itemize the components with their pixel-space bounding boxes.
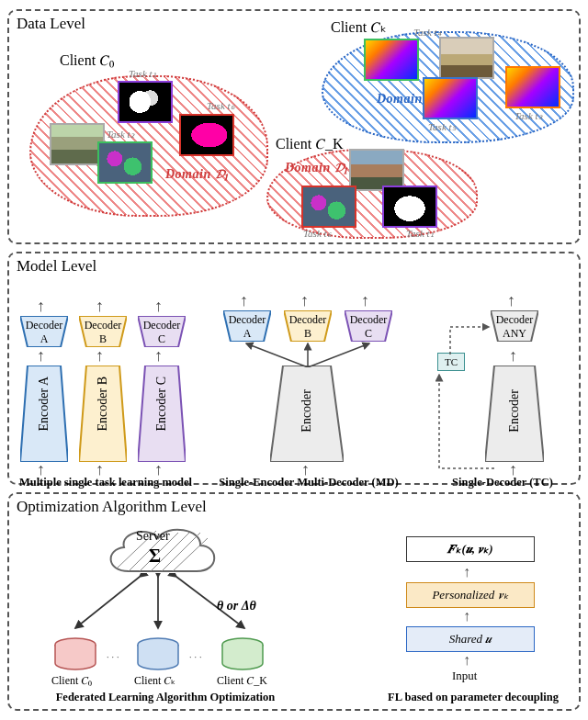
decoder-a-md-label: Decoder A [224, 313, 270, 341]
cylinder-ck [136, 637, 180, 672]
personalized-v-box: Personalized 𝒗ₖ [406, 582, 535, 608]
arrow-dec-any-out: ↑ [507, 292, 515, 309]
caption-opt-right: FL based on parameter decoupling [377, 691, 570, 704]
panel-title-model: Model Level [17, 257, 96, 276]
panel-data-level: Data Level Client 𝐶₀ Domain 𝓓₁ Task t₁ T… [7, 9, 581, 244]
cyl-ck-label: Client 𝐶ₖ [134, 674, 175, 688]
svg-line-7 [246, 343, 308, 367]
arrow-enc-b-mid: ↑ [96, 347, 104, 364]
thumb-ck-t5-depth [423, 77, 478, 119]
arrow-enc-a-mid: ↑ [37, 347, 45, 364]
task-label-t3: Task t₃ [514, 110, 542, 122]
arrow-dec-b-out: ↑ [96, 298, 104, 314]
input-label: Input [452, 669, 477, 683]
panel-title-data: Data Level [17, 15, 85, 33]
arrow-input-up: ↑ [463, 652, 470, 669]
caption-opt-left: Federated Learning Algorithm Optimizatio… [46, 691, 285, 704]
cylinder-cK [220, 637, 265, 672]
thumb-ck-input-room [439, 37, 494, 79]
encoder-c-label: Encoder C [154, 377, 169, 431]
svg-line-21 [75, 577, 140, 628]
arrow-shared-up: ↑ [463, 608, 470, 624]
caption-tc: Single-Decoder (TC) [434, 476, 571, 489]
decoder-any-label: Decoder ANY [492, 313, 537, 341]
dots-left: ··· [107, 652, 122, 662]
svg-line-9 [308, 343, 369, 367]
cyl-cK-label: Client 𝐶_K [217, 674, 267, 688]
task-label-t6: Task t₆ [207, 100, 234, 112]
fk-box: 𝑭ₖ(𝒖, 𝒗ₖ) [406, 536, 535, 562]
decoder-c-md-label: Decoder C [345, 313, 391, 341]
encoder-b-label: Encoder B [96, 377, 110, 431]
thumb-c0-t2-seg [97, 141, 153, 184]
arrow-enc-tc-mid: ↑ [509, 347, 517, 364]
server-label: Server [136, 529, 170, 544]
decoder-b-label: Decoder B [80, 319, 126, 346]
arrow-dec-c-md-out: ↑ [361, 292, 369, 309]
thumb-c0-input-a [50, 123, 105, 165]
arrow-dec-a-out: ↑ [37, 298, 45, 314]
panel-title-opt: Optimization Algorithm Level [17, 498, 207, 516]
arrow-enc-c-mid: ↑ [154, 347, 163, 364]
task-label-t6b: Task t₆ [303, 228, 331, 240]
thumb-c0-t1-mask [118, 81, 173, 123]
client-label-c0: Client 𝐶₀ [60, 52, 114, 69]
task-label-t1b: Task t₁ [406, 228, 434, 240]
client-label-ck: Client 𝐶ₖ [331, 18, 387, 36]
domain-label-d1b: Domain 𝓓₁ [285, 161, 348, 175]
task-label-t1: Task t₁ [129, 68, 156, 80]
cyl-c0-label: Client 𝐶₀ [51, 674, 92, 688]
encoder-a-label: Encoder A [37, 377, 51, 431]
decoder-c-label: Decoder C [139, 319, 185, 346]
shared-u-box: Shared 𝒖 [406, 626, 535, 652]
arrow-dec-a-md-out: ↑ [240, 292, 248, 309]
thumb-c0-t6-magmask [179, 114, 234, 156]
thumb-cK-t6-seg [301, 186, 356, 228]
task-label-t2: Task t₂ [107, 129, 134, 141]
thumb-cK-t1-mask [382, 186, 437, 228]
encoder-shared-tc-label: Encoder [507, 389, 522, 433]
caption-md: Single-Encoder Multi-Decoder (MD) [217, 476, 401, 489]
arrow-dec-b-md-out: ↑ [300, 292, 309, 309]
caption-multi: Multiple single task learning model [18, 476, 193, 489]
theta-label: θ or Δθ [217, 599, 256, 613]
task-label-t4: Task t₄ [413, 27, 441, 39]
server-sum: Σ [149, 546, 161, 567]
cylinder-c0 [53, 637, 97, 672]
arrow-dec-c-out: ↑ [154, 298, 163, 314]
client-label-cK: Client 𝐶_K [276, 136, 344, 152]
arrow-personalized-up: ↑ [463, 564, 470, 580]
decoder-b-md-label: Decoder B [285, 313, 331, 341]
tc-dotted-path [432, 318, 496, 472]
task-label-t5: Task t₅ [428, 121, 456, 133]
dots-right: ··· [189, 652, 205, 662]
domain-label-d1: Domain 𝓓₁ [165, 167, 229, 182]
fanout-arrows [220, 340, 395, 367]
encoder-shared-md-label: Encoder [300, 389, 314, 433]
decoder-a-label: Decoder A [21, 319, 67, 346]
thumb-ck-t4-depth [364, 39, 419, 81]
thumb-ck-t3-depth [505, 66, 560, 108]
